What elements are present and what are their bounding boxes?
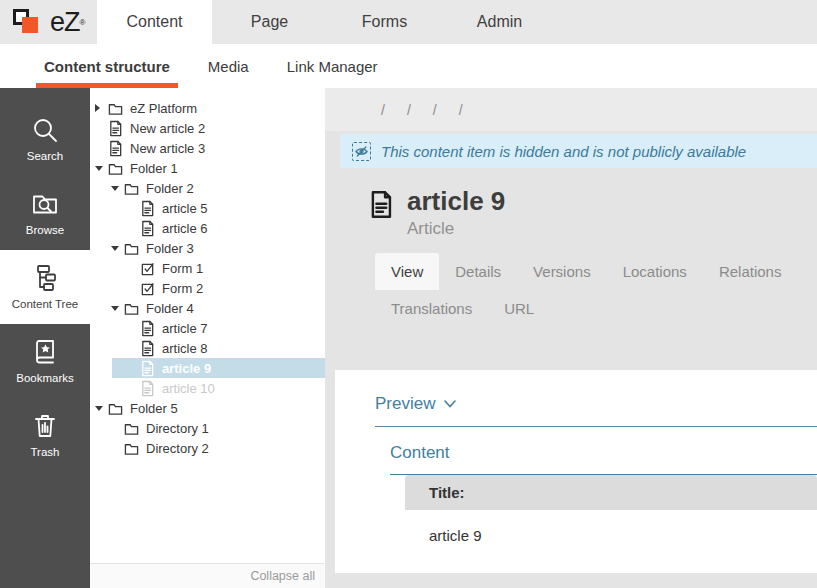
article-icon	[140, 360, 155, 377]
tree-item[interactable]: Folder 1	[90, 158, 325, 178]
content-fields-section: Content Title: article 9	[390, 443, 817, 565]
tree-item-label: article 9	[162, 361, 211, 376]
tree-toggle-icon[interactable]	[111, 246, 124, 251]
main-nav-tab[interactable]: Admin	[442, 0, 557, 44]
content-tab-label: Details	[455, 263, 501, 280]
ez-logo-icon	[13, 7, 45, 37]
sidebar-item[interactable]: Trash	[0, 398, 90, 472]
article-icon	[140, 220, 155, 237]
content-sub-nav: Content structure Media Link Manager	[0, 44, 817, 88]
top-bar: eZ ® Content Page Forms Admin	[0, 0, 817, 44]
tree-item[interactable]: eZ Platform	[90, 98, 325, 118]
content-tab[interactable]: View	[375, 253, 439, 290]
tree-item-label: Folder 3	[146, 241, 194, 256]
content-tab[interactable]: Locations	[607, 253, 703, 290]
sidebar-item[interactable]: Search	[0, 102, 90, 176]
breadcrumb-item[interactable]	[370, 102, 396, 118]
content-title-block: article 9 Article	[325, 168, 817, 239]
tree-item-label: article 6	[162, 221, 208, 236]
search-icon	[30, 115, 60, 145]
tree-item-label: article 8	[162, 341, 208, 356]
preview-label: Preview	[375, 394, 435, 414]
breadcrumb	[325, 88, 817, 131]
article-icon	[140, 320, 155, 337]
tree-item[interactable]: Folder 3	[90, 238, 325, 258]
folder-icon	[108, 400, 123, 417]
folder-icon	[108, 100, 123, 117]
collapse-all-button[interactable]: Collapse all	[250, 569, 315, 583]
folder-icon	[124, 240, 139, 257]
content-tab-label: URL	[504, 300, 534, 317]
content-tabs: View Details Versions Locations Relation…	[375, 253, 817, 327]
article-icon	[108, 140, 123, 157]
article-icon	[140, 340, 155, 357]
main-content: This content item is hidden and is not p…	[325, 88, 817, 588]
tree-toggle-icon[interactable]	[95, 406, 108, 411]
content-tab-label: Translations	[391, 300, 472, 317]
chevron-down-icon	[444, 400, 456, 408]
sidebar-item-label: Browse	[26, 224, 64, 236]
breadcrumb-item[interactable]	[396, 102, 422, 118]
content-tab[interactable]: Relations	[703, 253, 798, 290]
article-icon	[108, 120, 123, 137]
trash-icon	[30, 411, 60, 441]
tree-item[interactable]: article 7	[90, 318, 325, 338]
content-tab-label: Versions	[533, 263, 591, 280]
sidebar-item-label: Content Tree	[12, 298, 78, 310]
tree-item-label: article 7	[162, 321, 208, 336]
tree-item-label: Folder 5	[130, 401, 178, 416]
preview-section-toggle[interactable]: Preview	[375, 394, 817, 427]
sub-nav-item[interactable]: Link Manager	[279, 44, 386, 88]
tree-footer: Collapse all	[90, 563, 324, 588]
content-tree: eZ Platform New article 2 New article 3 …	[90, 88, 325, 458]
view-tab-panel: Preview Content Title: article 9	[335, 370, 817, 573]
tree-item[interactable]: article 5	[90, 198, 325, 218]
tree-item[interactable]: article 8	[90, 338, 325, 358]
browse-icon	[30, 189, 60, 219]
tree-item[interactable]: article 6	[90, 218, 325, 238]
tree-toggle-icon[interactable]	[95, 166, 108, 171]
breadcrumb-item[interactable]	[422, 102, 448, 118]
sub-nav-item[interactable]: Media	[200, 44, 257, 88]
sidebar-item-label: Bookmarks	[16, 372, 74, 384]
content-tab[interactable]: URL	[488, 290, 550, 327]
tree-toggle-icon[interactable]	[111, 306, 124, 311]
tree-item[interactable]: Directory 1	[90, 418, 325, 438]
content-tab-label: Locations	[623, 263, 687, 280]
tree-item[interactable]: article 10	[90, 378, 325, 398]
main-nav-tab-label: Content	[126, 13, 182, 30]
main-nav-tabs: Content Page Forms Admin	[97, 0, 557, 44]
sidebar-item[interactable]: Browse	[0, 176, 90, 250]
main-nav-tab-label: Page	[251, 13, 288, 30]
main-nav-tab[interactable]: Content	[97, 0, 212, 44]
tree-item[interactable]: New article 2	[90, 118, 325, 138]
tree-toggle-icon[interactable]	[111, 186, 124, 191]
ez-logo[interactable]: eZ ®	[0, 0, 97, 44]
bookmarks-icon	[30, 337, 60, 367]
tree-toggle-icon[interactable]	[95, 104, 108, 112]
main-nav-tab[interactable]: Forms	[327, 0, 442, 44]
content-tab-label: Relations	[719, 263, 782, 280]
main-nav-tab[interactable]: Page	[212, 0, 327, 44]
tree-item[interactable]: Folder 2	[90, 178, 325, 198]
content-tab[interactable]: Translations	[375, 290, 488, 327]
content-tab[interactable]: Details	[439, 253, 517, 290]
content-tree-icon	[30, 263, 60, 293]
tree-item[interactable]: New article 3	[90, 138, 325, 158]
tree-item[interactable]: Form 2	[90, 278, 325, 298]
tree-item-label: New article 2	[130, 121, 205, 136]
tree-item[interactable]: Directory 2	[90, 438, 325, 458]
content-tab[interactable]: Versions	[517, 253, 607, 290]
sidebar-item[interactable]: Bookmarks	[0, 324, 90, 398]
sidebar-item[interactable]: Content Tree	[0, 250, 90, 324]
tree-item-label: Form 1	[162, 261, 203, 276]
tree-item[interactable]: Folder 4	[90, 298, 325, 318]
tree-item[interactable]: article 9	[90, 358, 325, 378]
content-tab-label: View	[391, 263, 423, 280]
sub-nav-item[interactable]: Content structure	[36, 44, 178, 88]
tree-item-label: Folder 2	[146, 181, 194, 196]
tree-item-label: Directory 1	[146, 421, 209, 436]
sub-nav-item-label: Content structure	[44, 58, 170, 75]
tree-item[interactable]: Folder 5	[90, 398, 325, 418]
tree-item[interactable]: Form 1	[90, 258, 325, 278]
